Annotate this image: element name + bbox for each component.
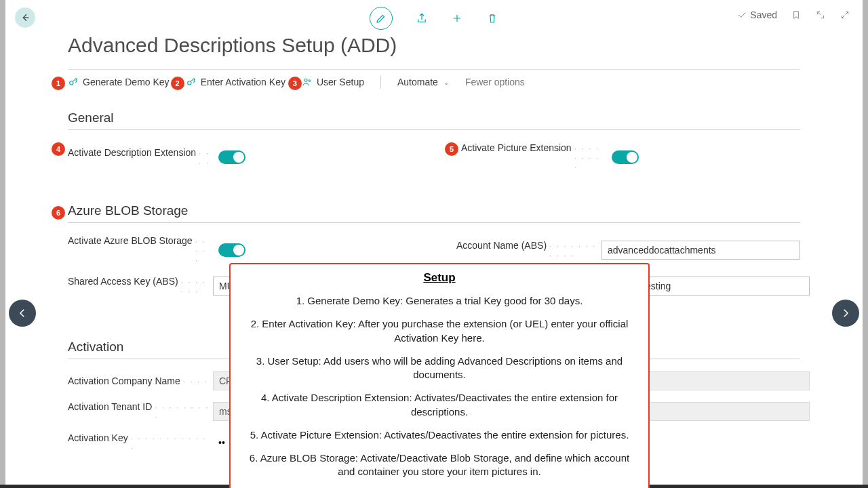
edit-button[interactable] xyxy=(370,7,393,30)
field-label: Shared Access Key (ABS) xyxy=(68,276,178,287)
general-row: 4 Activate Description Extension · · · ·… xyxy=(68,142,800,183)
page-title: Advanced Descriptions Setup (ADD) xyxy=(68,34,800,57)
input-account-name[interactable] xyxy=(601,241,800,260)
check-icon xyxy=(736,9,747,20)
callout-1: 1 xyxy=(52,77,65,90)
saved-indicator: Saved xyxy=(736,9,777,20)
dots: · · · · · · · · · xyxy=(574,144,606,172)
help-item-1: 1. Generate Demo Key: Generates a trial … xyxy=(241,294,637,308)
back-button[interactable] xyxy=(15,7,35,28)
activation-key-masked: •• xyxy=(218,437,225,448)
field-activate-desc-ext: 4 Activate Description Extension · · · · xyxy=(68,142,407,172)
command-divider xyxy=(380,75,381,89)
popout-icon xyxy=(815,9,826,20)
cmd-label: Generate Demo Key xyxy=(83,77,170,87)
frame-edge-left xyxy=(0,0,5,485)
collapse-icon xyxy=(840,9,850,20)
section-rule xyxy=(68,222,800,223)
collapse-button[interactable] xyxy=(840,9,850,20)
new-button[interactable] xyxy=(451,12,463,24)
key-icon xyxy=(186,77,197,87)
field-label: Activation Key xyxy=(68,432,128,443)
field-label: Activation Company Name xyxy=(68,375,180,386)
bookmark-button[interactable] xyxy=(791,9,802,20)
field-label: Activate Picture Extension xyxy=(461,142,572,153)
field-label: Activate Azure BLOB Storage xyxy=(68,235,193,246)
dots: · · · · · · · · · · · xyxy=(549,241,601,260)
share-icon xyxy=(416,12,428,24)
help-item-4: 4. Activate Description Extension: Activ… xyxy=(241,391,637,419)
svg-point-2 xyxy=(304,79,307,81)
field-label: Account Name (ABS) xyxy=(456,240,547,251)
help-title: Setup xyxy=(241,271,637,285)
plus-icon xyxy=(451,12,463,24)
cmd-label: Enter Activation Key xyxy=(201,77,285,87)
section-title-general: General xyxy=(68,110,800,125)
cmd-generate-demo-key[interactable]: 1 Generate Demo Key xyxy=(68,77,170,87)
cmd-label: User Setup xyxy=(317,77,364,87)
field-label: Activate Description Extension xyxy=(68,147,196,158)
field-label: Activation Tenant ID xyxy=(68,401,152,412)
cmd-user-setup[interactable]: 3 User Setup xyxy=(302,77,364,87)
chevron-left-icon xyxy=(16,307,28,319)
svg-point-3 xyxy=(309,80,311,82)
viewonly-icon xyxy=(68,77,79,87)
callout-3: 3 xyxy=(288,77,302,90)
users-icon xyxy=(302,77,313,87)
svg-point-1 xyxy=(187,81,191,85)
share-button[interactable] xyxy=(416,12,428,24)
field-activate-abs: Activate Azure BLOB Storage · · · · · xyxy=(68,235,402,265)
dots: · · · · xyxy=(199,148,213,167)
toggle-activate-abs[interactable] xyxy=(218,243,245,257)
help-item-3: 3. User Setup: Add users who will be add… xyxy=(241,354,637,382)
svg-point-0 xyxy=(70,81,73,85)
toggle-activate-desc-ext[interactable] xyxy=(218,150,245,164)
top-right-actions: Saved xyxy=(736,9,850,20)
dots: · · · · · · · · · xyxy=(155,403,213,422)
next-arrow[interactable] xyxy=(832,300,859,327)
cmd-fewer-options[interactable]: Fewer options xyxy=(465,77,525,87)
dots: · · · · · xyxy=(195,237,213,265)
cmd-automate[interactable]: Automate ⌄ xyxy=(397,77,449,87)
help-item-6: 6. Azure BLOB Storage: Activate/Deactiva… xyxy=(241,451,637,479)
dots: · · · · xyxy=(183,377,213,386)
callout-2: 2 xyxy=(171,77,184,90)
delete-button[interactable] xyxy=(486,12,498,24)
pencil-icon xyxy=(375,12,387,24)
cmd-label: Automate xyxy=(397,77,438,87)
chevron-right-icon xyxy=(840,307,852,319)
chevron-down-icon: ⌄ xyxy=(443,79,449,86)
field-account-name: Account Name (ABS) · · · · · · · · · · · xyxy=(456,235,800,265)
popout-button[interactable] xyxy=(815,9,826,20)
frame-edge-right xyxy=(863,0,868,485)
callout-6: 6 xyxy=(52,206,65,220)
dots: · · · · · · · xyxy=(181,277,213,296)
callout-4: 4 xyxy=(52,142,65,156)
section-rule xyxy=(68,129,800,130)
help-item-2: 2. Enter Activation Key: After you purch… xyxy=(241,317,637,345)
prev-arrow[interactable] xyxy=(9,300,36,327)
command-bar: 1 Generate Demo Key 2 Enter Activation K… xyxy=(68,69,800,98)
cmd-enter-activation-key[interactable]: 2 Enter Activation Key xyxy=(186,77,285,87)
arrow-left-icon xyxy=(20,12,31,23)
bookmark-icon xyxy=(791,9,802,20)
saved-label: Saved xyxy=(750,9,777,20)
help-overlay: Setup 1. Generate Demo Key: Generates a … xyxy=(229,263,650,488)
top-center-actions xyxy=(370,7,498,30)
help-item-5: 5. Activate Picture Extension: Activates… xyxy=(241,428,637,442)
dots: · · · · · · · · · · · · xyxy=(131,434,213,453)
callout-5: 5 xyxy=(445,142,458,156)
section-title-azure: Azure BLOB Storage xyxy=(68,203,800,218)
trash-icon xyxy=(486,12,498,24)
field-activate-pic-ext: 5 Activate Picture Extension · · · · · ·… xyxy=(461,142,800,172)
toggle-activate-pic-ext[interactable] xyxy=(612,150,639,164)
